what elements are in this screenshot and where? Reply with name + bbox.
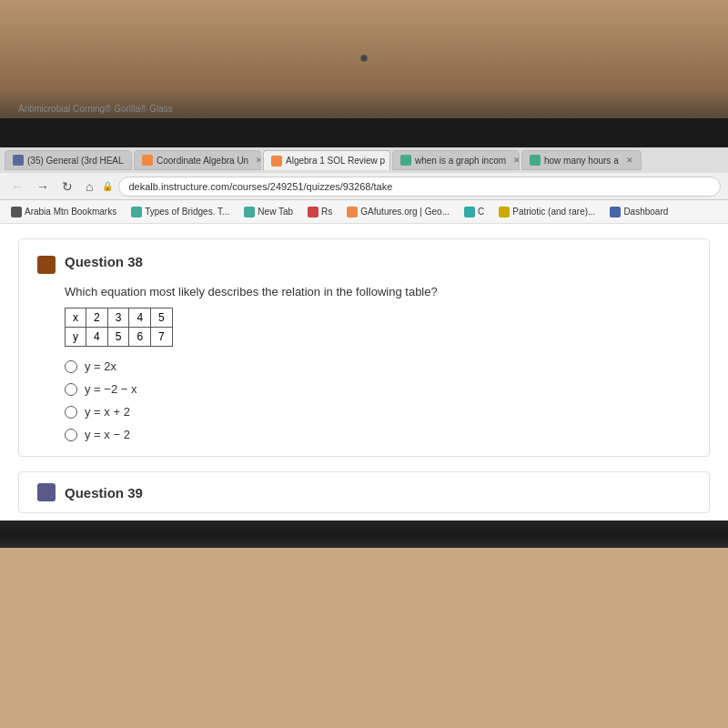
bookmark-label-1: Arabia Mtn Bookmarks	[25, 207, 116, 217]
table-cell-y4: 4	[86, 328, 108, 347]
table-cell-x5: 5	[151, 308, 173, 328]
table-header-y: y	[66, 328, 86, 347]
tab-hours[interactable]: how many hours a ✕	[521, 150, 642, 170]
bookmark-icon-8	[610, 207, 621, 217]
table-cell-x4: 4	[129, 308, 151, 328]
tab-coordinate-algebra[interactable]: Coordinate Algebra Un ✕	[134, 150, 261, 170]
tab2-icon	[142, 155, 153, 166]
bookmark-types-bridges[interactable]: Types of Bridges. T...	[126, 205, 235, 219]
browser-screen: (35) General (3rd HEAL ✕ Coordinate Alge…	[0, 146, 728, 521]
tab3-label: Algebra 1 SOL Review p	[286, 156, 385, 166]
tab-algebra-sol[interactable]: Algebra 1 SOL Review p ✕	[263, 150, 390, 170]
answer-option-4[interactable]: y = x − 2	[65, 428, 691, 441]
tab3-icon	[271, 156, 282, 167]
question-39-icon	[37, 483, 56, 501]
bookmark-icon-4	[308, 207, 318, 217]
bookmark-rs[interactable]: Rs	[302, 205, 338, 219]
bookmark-icon-1	[11, 207, 22, 217]
browser-chrome: (35) General (3rd HEAL ✕ Coordinate Alge…	[0, 146, 728, 224]
tab2-label: Coordinate Algebra Un	[157, 156, 248, 166]
table-cell-x3: 3	[107, 308, 129, 328]
radio-2[interactable]	[65, 383, 77, 396]
tab5-close[interactable]: ✕	[626, 156, 633, 165]
bookmark-icon-2	[131, 207, 142, 217]
question-38-card: Question 38 Which equation most likely d…	[18, 238, 710, 457]
bookmark-label-5: GAfutures.org | Geo...	[360, 207, 450, 217]
tab-general[interactable]: (35) General (3rd HEAL ✕	[5, 150, 132, 170]
tab-graph-income[interactable]: when is a graph incom ✕	[392, 150, 520, 170]
table-row-x: x 2 3 4 5	[66, 308, 173, 328]
answer-option-3[interactable]: y = x + 2	[65, 405, 691, 419]
reload-button[interactable]: ↻	[58, 177, 76, 196]
answer-label-1: y = 2x	[85, 359, 116, 373]
bookmark-icon-3	[244, 207, 255, 217]
url-input[interactable]	[118, 177, 721, 197]
tab5-label: how many hours a	[544, 156, 619, 166]
bookmark-patriotic[interactable]: Patriotic (and rare)...	[493, 205, 601, 219]
data-table: x 2 3 4 5 y 4 5 6 7	[65, 308, 173, 347]
bookmark-c[interactable]: C	[459, 205, 490, 219]
gorilla-glass-text: Antimicrobial Corning® Gorilla® Glass	[18, 104, 173, 114]
question-38-icon	[37, 256, 56, 274]
question-38-text: Which equation most likely describes the…	[65, 285, 691, 298]
bookmark-gafutures[interactable]: GAfutures.org | Geo...	[341, 205, 455, 219]
answer-option-2[interactable]: y = −2 − x	[65, 382, 691, 396]
tab5-icon	[530, 155, 541, 166]
bookmark-icon-5	[347, 207, 358, 217]
laptop-top-bezel: Antimicrobial Corning® Gorilla® Glass	[0, 0, 728, 146]
answer-label-4: y = x − 2	[85, 428, 130, 441]
table-header-x: x	[66, 308, 86, 328]
table-row-y: y 4 5 6 7	[66, 328, 173, 347]
bookmark-label-2: Types of Bridges. T...	[145, 207, 229, 217]
answer-label-2: y = −2 − x	[85, 382, 136, 396]
bookmark-label-3: New Tab	[258, 207, 293, 217]
tab2-close[interactable]: ✕	[256, 156, 261, 165]
answer-option-1[interactable]: y = 2x	[65, 359, 691, 373]
bookmark-label-8: Dashboard	[623, 207, 668, 217]
bookmark-label-7: Patriotic (and rare)...	[512, 207, 595, 217]
table-cell-y6: 6	[129, 328, 151, 347]
lock-icon: 🔒	[102, 181, 113, 191]
back-button[interactable]: ←	[7, 177, 27, 196]
answer-options: y = 2x y = −2 − x y = x + 2 y = x − 2	[65, 359, 691, 441]
tab4-label: when is a graph incom	[415, 156, 506, 166]
answer-label-3: y = x + 2	[85, 405, 130, 419]
bookmark-label-4: Rs	[321, 207, 332, 217]
question-39-card: Question 39	[18, 471, 710, 513]
radio-1[interactable]	[65, 360, 77, 373]
question-38-title: Question 38	[65, 254, 143, 269]
table-cell-x2: 2	[86, 308, 108, 328]
home-button[interactable]: ⌂	[82, 177, 96, 196]
bookmark-arabia-mtn[interactable]: Arabia Mtn Bookmarks	[5, 205, 122, 219]
forward-button[interactable]: →	[33, 177, 53, 196]
bookmark-label-6: C	[478, 207, 484, 217]
bookmarks-bar: Arabia Mtn Bookmarks Types of Bridges. T…	[0, 200, 728, 224]
tab4-close[interactable]: ✕	[513, 156, 520, 165]
tab4-icon	[400, 155, 411, 166]
tab1-close[interactable]: ✕	[131, 156, 132, 165]
webcam	[360, 55, 368, 62]
bookmark-icon-6	[464, 207, 475, 217]
radio-4[interactable]	[65, 429, 77, 441]
bookmark-icon-7	[499, 207, 510, 217]
table-cell-y7: 7	[151, 328, 173, 347]
tab-bar: (35) General (3rd HEAL ✕ Coordinate Alge…	[0, 147, 728, 173]
bookmark-dashboard[interactable]: Dashboard	[604, 205, 673, 219]
question-38-header: Question 38	[37, 254, 691, 274]
table-cell-y5: 5	[107, 328, 129, 347]
tab1-icon	[13, 155, 24, 166]
page-content: Question 38 Which equation most likely d…	[0, 224, 728, 521]
question-38-body: Which equation most likely describes the…	[37, 285, 691, 441]
laptop-bottom-bezel	[0, 521, 728, 548]
tab1-label: (35) General (3rd HEAL	[27, 156, 124, 166]
radio-3[interactable]	[65, 406, 77, 419]
question-39-title: Question 39	[65, 485, 143, 500]
url-bar: ← → ↻ ⌂ 🔒	[0, 173, 728, 200]
bookmark-new-tab[interactable]: New Tab	[238, 205, 298, 219]
